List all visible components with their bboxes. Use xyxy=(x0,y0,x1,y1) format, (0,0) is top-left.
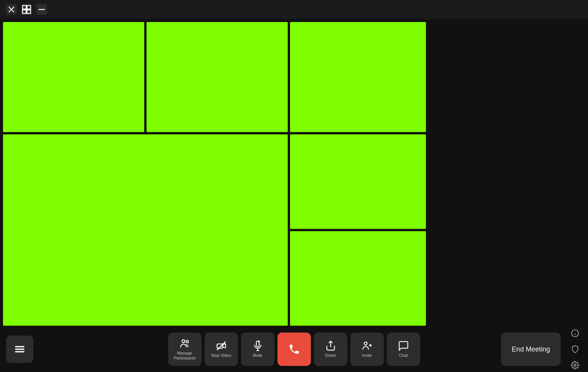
chat-label: Chat xyxy=(399,353,408,358)
share-icon xyxy=(325,340,336,352)
settings-button[interactable] xyxy=(568,358,582,372)
hangup-button[interactable] xyxy=(277,333,311,366)
mute-label: Mute xyxy=(253,353,262,358)
menu-icon xyxy=(14,343,26,355)
layout-button[interactable] xyxy=(21,4,32,15)
info-icon xyxy=(571,329,579,337)
chat-icon xyxy=(398,340,409,352)
menu-button[interactable] xyxy=(6,336,33,363)
stop-video-label: Stop Video xyxy=(211,353,232,358)
shield-button[interactable] xyxy=(568,342,582,356)
shield-icon xyxy=(571,345,579,353)
invite-button[interactable]: Invite xyxy=(350,333,384,366)
svg-point-10 xyxy=(182,340,185,343)
toolbar: Manage Participants Stop Video Mute xyxy=(0,326,588,372)
info-button[interactable] xyxy=(568,326,582,340)
video-grid xyxy=(0,19,588,326)
svg-point-11 xyxy=(186,340,188,343)
stop-video-button[interactable]: Stop Video xyxy=(205,333,238,366)
participants-icon xyxy=(179,338,191,349)
video-cell-right-bottom xyxy=(290,231,426,326)
mic-icon xyxy=(252,340,263,352)
toolbar-right: End Meeting xyxy=(501,326,582,372)
share-button[interactable]: Share xyxy=(314,333,347,366)
share-label: Share xyxy=(325,353,336,358)
end-meeting-label: End Meeting xyxy=(512,345,550,353)
svg-point-22 xyxy=(574,364,576,366)
minimize-icon xyxy=(36,4,47,15)
svg-rect-4 xyxy=(23,10,26,13)
settings-icon xyxy=(571,361,579,369)
hangup-icon xyxy=(288,343,300,355)
svg-rect-3 xyxy=(27,6,30,9)
close-icon xyxy=(6,4,17,15)
title-bar xyxy=(0,0,588,19)
toolbar-center: Manage Participants Stop Video Mute xyxy=(168,333,420,366)
svg-point-16 xyxy=(364,342,367,345)
video-cell-right-column xyxy=(290,134,426,326)
video-cell-large xyxy=(3,134,288,326)
end-meeting-button[interactable]: End Meeting xyxy=(501,333,561,366)
video-cell-2 xyxy=(147,22,288,132)
svg-rect-2 xyxy=(23,6,26,9)
manage-participants-button[interactable]: Manage Participants xyxy=(168,333,202,366)
svg-rect-5 xyxy=(27,10,30,13)
video-cell-3 xyxy=(290,22,426,132)
side-icons xyxy=(568,326,582,372)
video-cell-right-top xyxy=(290,134,426,229)
manage-participants-label: Manage Participants xyxy=(168,351,202,361)
minimize-button[interactable] xyxy=(36,4,47,15)
video-cell-1 xyxy=(3,22,144,132)
chat-button[interactable]: Chat xyxy=(387,333,420,366)
mute-button[interactable]: Mute xyxy=(241,333,274,366)
close-button[interactable] xyxy=(6,4,17,15)
invite-icon xyxy=(361,340,373,352)
layout-icon xyxy=(21,4,32,15)
video-icon xyxy=(216,340,227,352)
invite-label: Invite xyxy=(362,353,372,358)
